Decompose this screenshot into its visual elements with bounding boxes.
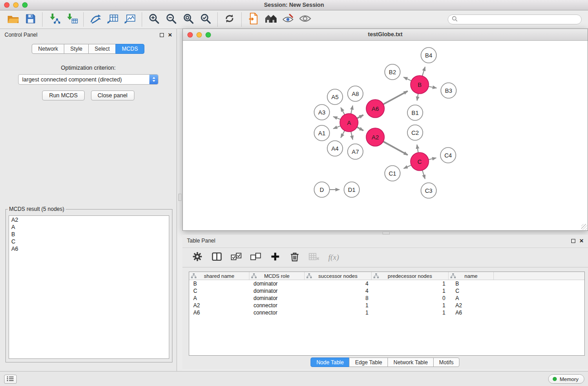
node-C3[interactable]: C3 (421, 183, 436, 198)
tab-motifs[interactable]: Motifs (433, 357, 459, 367)
edge-A6-B[interactable] (383, 91, 408, 104)
task-history-button[interactable] (4, 375, 17, 384)
zoom-selected-button[interactable] (197, 12, 214, 27)
table-row[interactable]: Bdominator41B (189, 280, 584, 287)
result-item[interactable]: C (9, 238, 169, 245)
horizontal-splitter-handle[interactable] (382, 232, 390, 234)
apply-layout-button[interactable] (221, 12, 238, 27)
table-settings-button[interactable] (191, 252, 203, 263)
network-canvas[interactable]: B4B2BB3A8A5A6A3B1AA1C2A2A4A7C4CC1C3DD1 (183, 41, 588, 230)
edge-C-C3[interactable] (422, 170, 425, 179)
tab-node-table[interactable]: Node Table (311, 357, 350, 367)
close-panel-button[interactable]: Close panel (91, 91, 134, 100)
open-session-button[interactable] (5, 12, 22, 27)
result-item[interactable]: B (9, 231, 169, 238)
column-header-successor-nodes[interactable]: successor nodes (305, 272, 372, 280)
close-window-button[interactable] (4, 2, 10, 8)
run-mcds-button[interactable]: Run MCDS (42, 91, 84, 100)
show-hide-details-button[interactable] (296, 12, 314, 27)
show-style-button[interactable] (279, 12, 296, 27)
close-panel-icon[interactable]: × (168, 33, 172, 37)
tab-select[interactable]: Select (88, 44, 116, 54)
tab-mcds[interactable]: MCDS (115, 44, 144, 54)
node-B3[interactable]: B3 (441, 83, 456, 98)
node-A7[interactable]: A7 (348, 144, 363, 159)
edge-C-C2[interactable] (417, 145, 418, 153)
edge-A-A6[interactable] (357, 115, 363, 118)
export-network-button[interactable] (245, 12, 262, 27)
node-A1[interactable]: A1 (314, 125, 330, 141)
node-D[interactable]: D (314, 182, 330, 197)
close-view-button[interactable] (187, 32, 193, 38)
delete-table-button[interactable] (308, 252, 320, 263)
new-table-button[interactable] (104, 12, 121, 27)
select-all-button[interactable] (230, 252, 242, 263)
network-window-titlebar[interactable]: testGlobe.txt (183, 29, 588, 41)
table-row[interactable]: A6connector11A6 (189, 309, 584, 316)
node-C4[interactable]: C4 (440, 148, 456, 163)
column-header-shared-name[interactable]: shared name (189, 272, 249, 280)
node-A4[interactable]: A4 (327, 141, 343, 156)
search-input[interactable] (460, 16, 578, 23)
edge-B-B1[interactable] (417, 94, 418, 101)
edge-A-A1[interactable] (333, 126, 340, 129)
result-item[interactable]: A (9, 224, 169, 231)
node-A5[interactable]: A5 (327, 89, 343, 105)
edge-C-C1[interactable] (404, 165, 411, 168)
save-session-button[interactable] (22, 12, 39, 27)
edge-B-B3[interactable] (429, 86, 437, 88)
result-item[interactable]: A6 (9, 245, 169, 253)
edge-A-A3[interactable] (333, 117, 340, 119)
column-header-predecessor-nodes[interactable]: predecessor nodes (372, 272, 449, 280)
import-network-button[interactable] (46, 12, 63, 27)
node-B4[interactable]: B4 (421, 48, 436, 63)
delete-column-button[interactable] (289, 252, 301, 263)
column-header-MCDS-role[interactable]: MCDS role (249, 272, 305, 280)
node-C2[interactable]: C2 (407, 125, 423, 140)
new-network-button[interactable] (87, 12, 104, 27)
edge-A-A7[interactable] (351, 132, 353, 140)
node-A[interactable]: A (340, 114, 358, 132)
minimize-view-button[interactable] (196, 32, 202, 38)
node-D1[interactable]: D1 (344, 182, 359, 197)
show-columns-button[interactable] (211, 252, 223, 263)
search-box[interactable] (448, 14, 582, 24)
edge-B-B4[interactable] (422, 67, 425, 76)
deselect-all-button[interactable] (250, 252, 262, 263)
tab-network-table[interactable]: Network Table (387, 357, 434, 367)
node-B1[interactable]: B1 (407, 105, 423, 120)
node-A8[interactable]: A8 (348, 86, 363, 101)
column-header-name[interactable]: name (449, 272, 494, 280)
node-C1[interactable]: C1 (385, 166, 400, 181)
edge-A-A5[interactable] (341, 108, 345, 115)
memory-button[interactable]: Memory (548, 374, 584, 384)
criterion-select[interactable]: largest connected component (directed) (18, 74, 158, 85)
edge-A2-C[interactable] (383, 142, 408, 155)
zoom-out-button[interactable] (163, 12, 180, 27)
edge-B-B2[interactable] (403, 77, 411, 81)
tab-style[interactable]: Style (64, 44, 89, 54)
node-B[interactable]: B (411, 76, 429, 94)
export-image-button[interactable] (121, 12, 139, 27)
fullscreen-window-button[interactable] (22, 2, 28, 8)
table-row[interactable]: A2connector11A2 (189, 302, 584, 309)
table-row[interactable]: Adominator80A (189, 295, 584, 302)
maximize-view-button[interactable] (206, 32, 211, 38)
node-B2[interactable]: B2 (385, 64, 400, 80)
edge-A-A8[interactable] (351, 105, 353, 114)
edge-A-A2[interactable] (357, 127, 363, 131)
vertical-splitter-handle[interactable] (178, 194, 182, 201)
float-table-panel-icon[interactable] (571, 239, 575, 243)
result-item[interactable]: A2 (9, 216, 169, 224)
minimize-window-button[interactable] (13, 2, 19, 8)
tab-edge-table[interactable]: Edge Table (349, 357, 388, 367)
zoom-fit-button[interactable] (180, 12, 197, 27)
first-neighbors-button[interactable] (262, 12, 279, 27)
node-A6[interactable]: A6 (366, 100, 384, 118)
tab-network[interactable]: Network (32, 44, 64, 54)
window-resize-grip[interactable] (581, 224, 587, 230)
node-A2[interactable]: A2 (366, 128, 384, 146)
float-panel-icon[interactable] (160, 33, 164, 37)
function-builder-button[interactable]: f(x) (328, 252, 339, 263)
add-column-button[interactable] (269, 252, 281, 263)
